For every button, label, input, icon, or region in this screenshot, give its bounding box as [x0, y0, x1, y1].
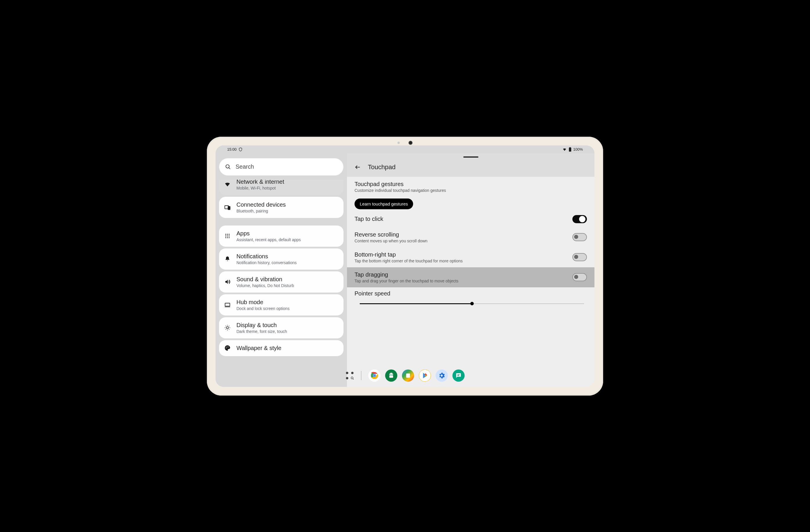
dock-icon	[224, 302, 231, 308]
bell-icon	[224, 256, 231, 262]
toggle-br_tap[interactable]	[572, 253, 587, 261]
setting-row-tap_click[interactable]: Tap to click	[347, 211, 595, 227]
shield-icon	[239, 147, 243, 151]
setting-subtitle: Tap and drag your finger on the touchpad…	[355, 279, 458, 283]
toggle-reverse[interactable]	[572, 233, 587, 241]
svg-rect-1	[569, 147, 570, 148]
brightness-icon	[224, 324, 231, 331]
screen: 15:00 100%	[215, 145, 595, 387]
setting-title: Tap dragging	[355, 271, 458, 278]
sidebar-item-title: Hub mode	[237, 299, 290, 306]
svg-point-27	[373, 374, 376, 377]
volume-icon	[224, 279, 231, 285]
sidebar-item-subtitle: Mobile, Wi-Fi, hotspot	[237, 186, 284, 190]
sidebar-item-title: Display & touch	[237, 322, 287, 328]
svg-point-13	[227, 237, 228, 238]
svg-line-23	[353, 378, 354, 379]
all-apps-button[interactable]	[345, 371, 354, 380]
sidebar-item-connected[interactable]: Connected devicesBluetooth, pairing	[219, 197, 343, 218]
pointer-speed-label: Pointer speed	[355, 290, 587, 297]
learn-gestures-button[interactable]: Learn touchpad gestures	[355, 198, 413, 209]
camera-notch	[398, 141, 412, 145]
svg-point-28	[390, 373, 390, 374]
svg-point-11	[229, 236, 229, 236]
sidebar-item-title: Notifications	[237, 253, 297, 260]
sidebar-item-title: Apps	[237, 230, 301, 237]
taskbar	[343, 368, 468, 383]
search-icon	[225, 164, 231, 170]
search-input[interactable]: Search	[219, 158, 343, 176]
sidebar-item-display[interactable]: Display & touchDark theme, font size, to…	[219, 317, 343, 338]
svg-point-2	[226, 164, 229, 168]
chrome-icon[interactable]	[369, 369, 380, 382]
svg-rect-31	[406, 373, 410, 377]
detail-pane: Touchpad Touchpad gestures Customize ind…	[347, 154, 595, 387]
svg-point-8	[229, 234, 229, 235]
touchpad-gestures-row[interactable]: Touchpad gestures Customize individual t…	[347, 177, 595, 197]
setting-title: Tap to click	[355, 216, 383, 222]
svg-rect-5	[228, 206, 230, 210]
svg-point-29	[392, 373, 392, 374]
toggle-tap_drag[interactable]	[572, 273, 587, 281]
svg-rect-15	[225, 303, 230, 306]
sidebar-item-title: Network & internet	[237, 180, 284, 185]
sidebar-item-subtitle: Volume, haptics, Do Not Disturb	[237, 283, 294, 288]
devices-icon	[224, 204, 231, 210]
sidebar-item-title: Connected devices	[237, 201, 286, 208]
svg-point-12	[225, 237, 226, 238]
sidebar-item-subtitle: Notification history, conversations	[237, 260, 297, 265]
gestures-title: Touchpad gestures	[355, 181, 446, 188]
setting-row-br_tap[interactable]: Bottom-right tapTap the bottom right cor…	[347, 247, 595, 267]
svg-rect-30	[389, 375, 393, 377]
svg-point-22	[351, 377, 353, 379]
detail-header: Touchpad	[347, 154, 595, 177]
setting-title: Reverse scrolling	[355, 231, 427, 238]
sidebar-item-hub[interactable]: Hub modeDock and lock screen options	[219, 294, 343, 316]
sidebar-item-subtitle: Bluetooth, pairing	[237, 209, 286, 213]
setting-row-reverse[interactable]: Reverse scrollingContent moves up when y…	[347, 227, 595, 247]
sidebar-item-subtitle: Dock and lock screen options	[237, 306, 290, 311]
search-placeholder: Search	[236, 163, 254, 170]
gestures-subtitle: Customize individual touchpad navigation…	[355, 188, 446, 193]
android-icon[interactable]	[385, 369, 398, 382]
sidebar-item-apps[interactable]: AppsAssistant, recent apps, default apps	[219, 226, 343, 247]
svg-point-18	[226, 348, 226, 348]
setting-subtitle: Tap the bottom right corner of the touch…	[355, 259, 463, 263]
sidebar-item-wallpaper[interactable]: Wallpaper & style	[219, 340, 343, 356]
status-battery-text: 100%	[573, 147, 583, 151]
setting-row-tap_drag[interactable]: Tap draggingTap and drag your finger on …	[347, 267, 595, 287]
back-button[interactable]	[355, 164, 361, 171]
sidebar-item-network[interactable]: Network & internetMobile, Wi-Fi, hotspot	[219, 180, 343, 195]
tablet-frame: 15:00 100%	[207, 137, 603, 396]
pointer-speed-row: Pointer speed	[347, 290, 595, 310]
status-time: 15:00	[227, 147, 237, 151]
sidebar-item-subtitle: Assistant, recent apps, default apps	[237, 238, 301, 242]
svg-point-20	[228, 346, 229, 347]
settings-sidebar: Search Network & internetMobile, Wi-Fi, …	[215, 154, 347, 387]
setting-subtitle: Content moves up when you scroll down	[355, 239, 427, 243]
pointer-speed-slider[interactable]	[360, 301, 584, 307]
svg-point-19	[227, 346, 227, 347]
battery-icon	[569, 147, 571, 152]
svg-point-7	[227, 234, 228, 235]
wifi-status-icon	[562, 147, 567, 151]
svg-rect-0	[569, 147, 571, 151]
files-icon[interactable]	[402, 369, 414, 382]
svg-point-17	[226, 326, 228, 328]
grid-icon	[224, 233, 231, 239]
toggle-tap_click[interactable]	[572, 215, 587, 223]
drag-handle[interactable]	[463, 157, 479, 158]
palette-icon	[224, 345, 231, 351]
settings-app-icon[interactable]	[436, 369, 448, 382]
svg-point-14	[229, 237, 229, 238]
setting-title: Bottom-right tap	[355, 251, 463, 258]
svg-line-3	[229, 167, 230, 169]
messages-icon[interactable]	[453, 369, 465, 382]
status-bar: 15:00 100%	[215, 145, 595, 154]
sidebar-item-title: Sound & vibration	[237, 276, 294, 283]
taskbar-separator	[361, 371, 361, 380]
wifi-icon	[224, 181, 231, 188]
sidebar-item-notifs[interactable]: NotificationsNotification history, conve…	[219, 248, 343, 270]
sidebar-item-sound[interactable]: Sound & vibrationVolume, haptics, Do Not…	[219, 271, 343, 293]
play-icon[interactable]	[419, 369, 431, 382]
